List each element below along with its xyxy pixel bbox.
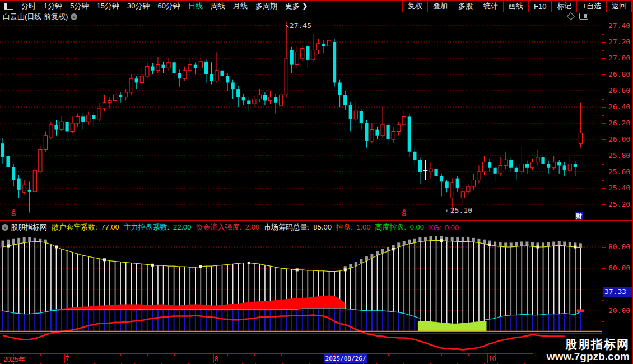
- menu-item-period-5[interactable]: 60分钟: [153, 1, 184, 12]
- menu-item-period-0[interactable]: 分时: [17, 1, 40, 12]
- toolbar-action-5[interactable]: F10: [529, 1, 552, 12]
- price-axis-label: 27.20: [608, 38, 630, 46]
- price-axis-minor-tick: [602, 99, 604, 100]
- watermark: 股朋指标网 www.7gpzb.com: [533, 337, 631, 364]
- price-axis-minor-tick: [602, 164, 604, 165]
- time-axis-tick: [281, 354, 282, 356]
- toolbar-action-7[interactable]: +自选: [577, 1, 607, 12]
- time-axis-tick: [495, 354, 496, 356]
- toolbar-action-3[interactable]: 统计: [478, 1, 504, 12]
- toolbar-action-8[interactable]: 返回: [607, 1, 632, 12]
- menu-item-period-2[interactable]: 5分钟: [66, 1, 92, 12]
- split-view-icon[interactable]: [579, 13, 588, 20]
- indicator-axis-tick: [602, 311, 606, 311]
- indicator-header-item-1: 散户套牢系数: 77.00: [52, 222, 119, 232]
- indicator-header-item-3: 资金流入强度: 2.00: [196, 222, 260, 232]
- toolbar-action-1[interactable]: 叠加: [428, 1, 453, 12]
- low-annotation: ←25.10: [446, 206, 472, 214]
- menu-item-period-4[interactable]: 30分钟: [123, 1, 153, 12]
- diamond-icon[interactable]: [567, 12, 575, 20]
- price-axis-tick: [602, 188, 606, 189]
- indicator-header-item-6: 高度控盘: 0.00: [375, 222, 424, 232]
- price-axis-tick: [602, 123, 606, 124]
- indicator-header-item-5: 控盘: 1.00: [336, 222, 371, 232]
- time-axis-divider: [213, 354, 214, 363]
- indicator-axis-minor-tick: [602, 321, 604, 322]
- time-axis-tick: [147, 354, 148, 356]
- time-axis: 2025/08/26/二 2025年7810: [0, 353, 602, 364]
- price-axis-tick: [602, 156, 606, 156]
- time-axis-tick: [40, 354, 41, 356]
- time-axis-tick: [388, 354, 389, 356]
- indicator-chart[interactable]: [0, 234, 602, 353]
- toolbar-action-4[interactable]: 画线: [504, 1, 529, 12]
- time-axis-tick: [254, 354, 255, 356]
- price-axis-tick: [602, 139, 606, 140]
- signal-mark-1: Ŝ: [402, 210, 406, 218]
- menu-item-period-1[interactable]: 1分钟: [40, 1, 66, 12]
- indicator-header-item-7: XG: 0.00: [429, 223, 459, 232]
- candlestick-chart[interactable]: ↖27.45 ←25.10 财 ŜŜ: [0, 21, 602, 220]
- indicator-header-item-0: 股朋指标网: [11, 222, 47, 232]
- price-axis-label: 26.00: [608, 135, 630, 143]
- price-axis-minor-tick: [602, 67, 604, 67]
- time-axis-label-1: 7: [66, 355, 69, 363]
- price-axis-label: 26.60: [608, 86, 630, 95]
- price-axis-minor-tick: [602, 132, 604, 132]
- indicator-header-item-2: 主力控盘系数: 22.00: [124, 222, 192, 232]
- indicator-header: v 股朋指标网散户套牢系数: 77.00主力控盘系数: 22.00资金流入强度:…: [0, 221, 602, 234]
- toolbar: 分时1分钟5分钟15分钟30分钟60分钟日线周线月线多周期更多 ❯ 复权叠加多股…: [0, 0, 632, 12]
- price-axis-minor-tick: [602, 180, 604, 181]
- indicator-cursor-value: 37.33: [603, 287, 633, 297]
- toolbar-action-0[interactable]: 复权: [403, 1, 428, 12]
- price-axis-tick: [602, 107, 606, 108]
- time-axis-tick: [415, 354, 415, 356]
- time-axis-tick: [308, 354, 308, 356]
- signal-mark-0: Ŝ: [11, 210, 16, 218]
- right-axis: 27.4027.2027.0026.8026.6026.4026.2026.00…: [602, 12, 632, 363]
- indicator-axis-label: 60.00: [608, 264, 630, 272]
- time-axis-tick: [174, 354, 175, 356]
- indicator-chevron-down-icon[interactable]: v: [2, 224, 8, 231]
- time-axis-tick: [468, 354, 469, 356]
- indicator-axis-minor-tick: [602, 279, 604, 279]
- time-axis-tick: [94, 354, 94, 356]
- indicator-axis-label: 80.00: [608, 242, 630, 251]
- price-axis-minor-tick: [602, 115, 604, 116]
- watermark-url: www.7gpzb.com: [547, 351, 630, 363]
- title-bar: 白云山(日线 前复权) v: [0, 12, 632, 21]
- menu-item-period-9[interactable]: 多周期: [252, 1, 281, 12]
- price-axis-tick: [602, 42, 606, 43]
- stock-app-window: 分时1分钟5分钟15分钟30分钟60分钟日线周线月线多周期更多 ❯ 复权叠加多股…: [0, 0, 633, 364]
- menu-item-period-10[interactable]: 更多 ❯: [281, 1, 312, 12]
- time-axis-label-2: 8: [215, 355, 218, 363]
- stock-title[interactable]: 白云山(日线 前复权): [3, 12, 68, 22]
- time-axis-label-0: 2025年: [3, 355, 25, 364]
- chevron-down-icon[interactable]: v: [71, 13, 77, 20]
- menu-item-period-7[interactable]: 周线: [207, 1, 229, 12]
- indicator-axis-minor-tick: [602, 258, 604, 258]
- price-axis-label: 26.40: [608, 102, 630, 111]
- window-layout-button[interactable]: [0, 1, 17, 12]
- time-axis-tick: [522, 354, 522, 356]
- price-axis-tick: [602, 204, 606, 205]
- price-axis-label: 25.80: [608, 151, 630, 160]
- indicator-axis-tick: [602, 268, 606, 269]
- price-axis-minor-tick: [602, 34, 604, 35]
- price-axis-minor-tick: [602, 148, 604, 148]
- menu-item-period-3[interactable]: 15分钟: [92, 1, 123, 12]
- window-layout-icon: [4, 3, 13, 10]
- menu-item-period-8[interactable]: 月线: [229, 1, 252, 12]
- toolbar-action-6[interactable]: 标记: [552, 1, 577, 12]
- indicator-axis-label: 20.00: [608, 306, 630, 315]
- finance-badge[interactable]: 财: [575, 212, 583, 220]
- time-axis-divider: [487, 354, 488, 363]
- indicator-axis-tick: [602, 247, 606, 248]
- toolbar-action-2[interactable]: 多股: [453, 1, 478, 12]
- menu-item-period-6[interactable]: 日线: [184, 1, 207, 12]
- high-annotation: ↖27.45: [285, 21, 311, 30]
- time-axis-tick: [201, 354, 201, 356]
- price-axis-label: 27.00: [608, 54, 630, 62]
- selected-date-label: 2025/08/26/二: [324, 354, 367, 363]
- price-axis-label: 27.40: [608, 21, 630, 30]
